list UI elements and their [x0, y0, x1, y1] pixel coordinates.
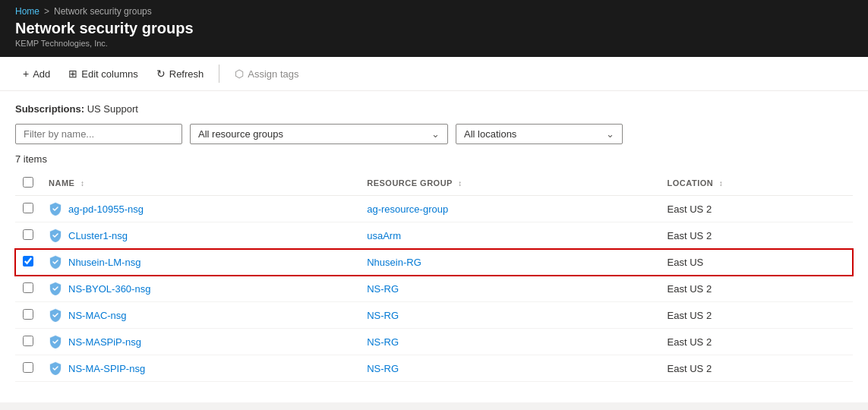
location-value: East US 2 — [668, 336, 712, 348]
subscriptions-key: Subscriptions: — [15, 103, 84, 115]
row-resource-group-cell: ag-resource-group — [359, 196, 659, 222]
resource-groups-label: All resource groups — [198, 128, 283, 140]
resource-group-link[interactable]: NS-RG — [367, 310, 399, 321]
refresh-label: Refresh — [169, 68, 204, 80]
row-checkbox[interactable] — [23, 309, 33, 320]
resource-group-sort-icon[interactable]: ↕ — [458, 179, 462, 188]
resource-group-link[interactable]: NS-RG — [367, 363, 399, 374]
table-row: NS-MASPiP-nsgNS-RGEast US 2 — [15, 329, 853, 355]
shield-icon — [49, 229, 62, 242]
row-checkbox[interactable] — [23, 336, 33, 346]
filter-by-name-input[interactable] — [15, 124, 182, 144]
resource-groups-dropdown[interactable]: All resource groups ⌄ — [190, 124, 448, 144]
resource-name-link[interactable]: ag-pd-10955-nsg — [68, 203, 144, 215]
assign-tags-label: Assign tags — [248, 68, 298, 80]
table-row: ag-pd-10955-nsgag-resource-groupEast US … — [15, 196, 853, 222]
row-location-cell: East US 2 — [660, 222, 853, 249]
row-name-cell: NS-MASPiP-nsg — [41, 329, 359, 355]
name-sort-icon[interactable]: ↕ — [80, 179, 85, 188]
subscriptions-val: US Support — [87, 103, 138, 115]
resource-name-link[interactable]: NS-MAC-nsg — [68, 310, 127, 321]
row-name-cell: NS-MA-SPIP-nsg — [41, 355, 359, 382]
name-column-header: NAME ↕ — [41, 171, 359, 196]
location-value: East US 2 — [668, 310, 712, 321]
page-header: Home > Network security groups Network s… — [0, 0, 868, 57]
row-location-cell: East US 2 — [660, 355, 853, 382]
row-location-cell: East US 2 — [660, 329, 853, 355]
resource-groups-chevron-icon: ⌄ — [431, 128, 440, 140]
edit-columns-label: Edit columns — [81, 68, 137, 80]
row-location-cell: East US — [660, 249, 853, 276]
select-all-checkbox[interactable] — [23, 177, 33, 188]
location-sort-icon[interactable]: ↕ — [719, 179, 724, 188]
resource-group-link[interactable]: NS-RG — [367, 283, 399, 295]
location-value: East US 2 — [668, 203, 712, 215]
resource-group-link[interactable]: NS-RG — [367, 336, 399, 348]
columns-icon: ⊞ — [68, 68, 77, 80]
refresh-button[interactable]: ↻ Refresh — [149, 63, 212, 84]
shield-icon — [49, 335, 62, 348]
row-resource-group-cell: NS-RG — [359, 329, 659, 355]
items-count: 7 items — [15, 153, 853, 165]
resource-name-link[interactable]: CLuster1-nsg — [68, 230, 128, 241]
row-checkbox-cell — [15, 302, 41, 329]
breadcrumb-current: Network security groups — [54, 6, 152, 17]
row-checkbox-cell — [15, 276, 41, 302]
table-row: NS-MA-SPIP-nsgNS-RGEast US 2 — [15, 355, 853, 382]
row-checkbox[interactable] — [23, 229, 33, 240]
refresh-icon: ↻ — [156, 68, 166, 80]
location-value: East US 2 — [668, 283, 712, 295]
row-checkbox[interactable] — [23, 282, 33, 293]
row-resource-group-cell: NS-RG — [359, 276, 659, 302]
resource-name-link[interactable]: NS-MA-SPIP-nsg — [68, 363, 145, 374]
table-row: CLuster1-nsgusaArmEast US 2 — [15, 222, 853, 249]
locations-dropdown[interactable]: All locations ⌄ — [456, 124, 623, 144]
resource-name-link[interactable]: NS-BYOL-360-nsg — [68, 283, 150, 295]
row-checkbox[interactable] — [23, 256, 33, 266]
table-row: NS-MAC-nsgNS-RGEast US 2 — [15, 302, 853, 329]
plus-icon: + — [23, 68, 29, 80]
row-name-cell: NS-BYOL-360-nsg — [41, 276, 359, 302]
location-column-header: LOCATION ↕ — [660, 171, 853, 196]
resource-group-link[interactable]: usaArm — [367, 230, 401, 241]
table-header-row: NAME ↕ RESOURCE GROUP ↕ LOCATION ↕ — [15, 171, 853, 196]
assign-tags-button[interactable]: ⬡ Assign tags — [227, 63, 306, 84]
row-name-cell: Nhusein-LM-nsg — [41, 249, 359, 276]
row-resource-group-cell: NS-RG — [359, 302, 659, 329]
tag-icon: ⬡ — [235, 68, 244, 80]
shield-icon — [49, 202, 62, 216]
row-checkbox-cell — [15, 329, 41, 355]
resources-table: NAME ↕ RESOURCE GROUP ↕ LOCATION ↕ ag-pd… — [15, 171, 853, 382]
resource-group-link[interactable]: ag-resource-group — [367, 203, 448, 215]
shield-icon — [49, 255, 62, 269]
resource-group-link[interactable]: Nhusein-RG — [367, 257, 421, 268]
shield-icon — [49, 282, 62, 295]
row-name-cell: CLuster1-nsg — [41, 222, 359, 249]
row-checkbox[interactable] — [23, 203, 33, 213]
row-checkbox-cell — [15, 249, 41, 276]
toolbar-divider — [219, 65, 219, 83]
row-resource-group-cell: NS-RG — [359, 355, 659, 382]
row-location-cell: East US 2 — [660, 276, 853, 302]
location-value: East US — [668, 257, 704, 268]
location-value: East US 2 — [668, 230, 712, 241]
row-name-cell: ag-pd-10955-nsg — [41, 196, 359, 222]
resource-name-link[interactable]: Nhusein-LM-nsg — [68, 257, 140, 268]
breadcrumb-home[interactable]: Home — [15, 6, 39, 17]
subscriptions-info: Subscriptions: US Support — [15, 103, 853, 115]
row-checkbox-cell — [15, 196, 41, 222]
add-label: Add — [33, 68, 50, 80]
row-checkbox-cell — [15, 222, 41, 249]
edit-columns-button[interactable]: ⊞ Edit columns — [61, 63, 145, 84]
breadcrumb-separator: > — [44, 6, 49, 17]
row-checkbox[interactable] — [23, 362, 33, 373]
select-all-header — [15, 171, 41, 196]
shield-icon — [49, 308, 62, 322]
company-name: KEMP Technologies, Inc. — [15, 39, 853, 48]
toolbar: + Add ⊞ Edit columns ↻ Refresh ⬡ Assign … — [0, 57, 868, 91]
row-location-cell: East US 2 — [660, 196, 853, 222]
breadcrumb: Home > Network security groups — [15, 6, 853, 17]
add-button[interactable]: + Add — [15, 63, 58, 84]
shield-icon — [49, 361, 62, 375]
resource-name-link[interactable]: NS-MASPiP-nsg — [68, 336, 141, 348]
